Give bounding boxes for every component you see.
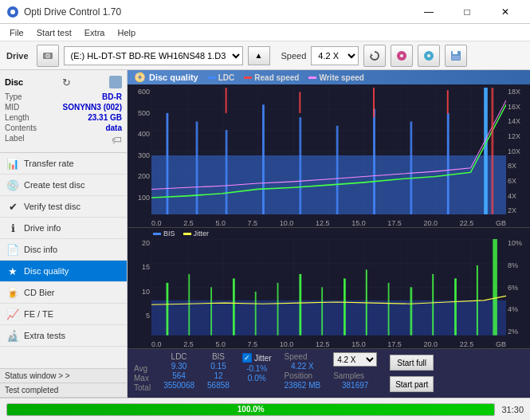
start-full-button[interactable]: Start full (390, 355, 434, 371)
drive-select[interactable]: (E:) HL-DT-ST BD-RE WH16NS48 1.D3 (64, 46, 243, 65)
disc-label-label: Label (5, 134, 24, 146)
legend-ldc-label: LDC (218, 73, 235, 82)
menu-start-test[interactable]: Start test (30, 26, 78, 39)
sidebar-item-drive-info[interactable]: ℹ Drive info (0, 218, 127, 239)
menu-help[interactable]: Help (111, 26, 142, 39)
legend-bis: BIS (153, 230, 175, 237)
title-bar-controls: — □ ✕ (410, 0, 524, 24)
jitter-check-icon: ✓ (242, 353, 252, 363)
maximize-button[interactable]: □ (449, 0, 485, 24)
stats-speed-col: Speed 4.22 X Position 23862 MB (285, 352, 321, 394)
cd-bier-icon: 🍺 (6, 286, 19, 299)
drive-bar: Drive (E:) HL-DT-ST BD-RE WH16NS48 1.D3 … (0, 41, 530, 70)
svg-rect-43 (410, 288, 412, 336)
create-test-disc-icon: 💿 (6, 179, 19, 191)
stats-ldc-col: LDC 9.30 564 3550068 (163, 352, 194, 394)
sidebar-item-extra-tests[interactable]: 🔬 Extra tests (0, 325, 127, 347)
svg-rect-25 (226, 88, 227, 113)
speed-select[interactable]: 4.2 X (311, 46, 359, 65)
progress-bar-container: 100.0% 31:30 (0, 398, 530, 420)
progress-track: 100.0% (6, 403, 495, 416)
menu-file[interactable]: File (3, 26, 30, 39)
svg-point-7 (400, 54, 403, 57)
eject-button[interactable]: ▲ (248, 46, 270, 65)
disc-type-label: Type (5, 92, 22, 101)
disc-refresh-button[interactable]: ↻ (59, 75, 73, 89)
bis-header: BIS (207, 352, 230, 361)
svg-rect-42 (388, 283, 390, 336)
svg-marker-5 (371, 53, 373, 56)
sidebar-item-transfer-rate[interactable]: 📊 Transfer rate (0, 153, 127, 175)
disc-label-icon: 🏷 (112, 134, 122, 146)
sidebar-item-cd-bier[interactable]: 🍺 CD Bier (0, 282, 127, 304)
minimize-button[interactable]: — (410, 0, 447, 24)
speed-label: Speed (281, 51, 307, 61)
drive-icon-btn[interactable] (37, 45, 59, 67)
status-window-button[interactable]: Status window > > (0, 369, 127, 383)
start-part-button[interactable]: Start part (390, 376, 434, 392)
burn-icon-btn[interactable] (418, 45, 440, 67)
svg-rect-21 (373, 109, 375, 215)
jitter-max: 0.0% (242, 374, 272, 383)
sidebar-item-fe-te[interactable]: 📈 FE / TE (0, 304, 127, 325)
disc-icon-btn[interactable] (391, 45, 413, 67)
legend-write-speed-dot (308, 77, 316, 79)
bis-max: 12 (207, 371, 230, 380)
svg-rect-29 (491, 88, 493, 214)
svg-rect-44 (432, 274, 434, 336)
jitter-avg: -0.1% (242, 364, 272, 373)
test-completed-label: Test completed (0, 383, 127, 398)
upper-y-axis-right: 18X 16X 14X 12X 10X 8X 6X 4X 2X (508, 88, 530, 214)
jitter-label: Jitter (254, 354, 272, 363)
stats-speed-select-col: 4.2 X Samples 381697 (333, 352, 377, 394)
sidebar-item-cd-bier-label: CD Bier (24, 288, 55, 297)
svg-rect-22 (410, 121, 412, 214)
legend-write-speed: Write speed (308, 73, 364, 82)
speed-stat-value: 4.22 X (285, 362, 321, 371)
svg-rect-20 (336, 126, 339, 214)
sidebar-item-disc-quality[interactable]: ★ Disc quality (0, 261, 127, 282)
sidebar: Disc ↻ Type BD-R MID SONYNN3 (002) Lengt… (0, 70, 128, 398)
svg-rect-15 (167, 113, 169, 214)
sidebar-item-disc-info[interactable]: 📄 Disc info (0, 239, 127, 261)
sidebar-item-verify-test-disc-label: Verify test disc (24, 202, 80, 211)
lower-y-axis-left: 20 15 10 5 (128, 239, 150, 336)
stats-speed-select[interactable]: 4.2 X (333, 352, 377, 367)
progress-percent: 100.0% (238, 405, 265, 414)
svg-rect-11 (453, 51, 457, 54)
close-button[interactable]: ✕ (487, 0, 524, 24)
sidebar-item-verify-test-disc[interactable]: ✔ Verify test disc (0, 196, 127, 218)
sidebar-item-transfer-rate-label: Transfer rate (24, 159, 74, 168)
stats-bar: Avg Max Total LDC 9.30 564 3550068 BIS 0… (128, 348, 530, 398)
progress-time: 31:30 (501, 405, 524, 414)
disc-type-value: BD-R (102, 92, 122, 101)
svg-point-9 (427, 54, 430, 57)
upper-chart: 600 500 400 300 200 100 18X 16X 14X 12X … (128, 84, 530, 228)
svg-rect-40 (344, 279, 346, 336)
sidebar-item-create-test-disc-label: Create test disc (24, 180, 84, 190)
disc-mid-row: MID SONYNN3 (002) (5, 103, 122, 112)
legend-bis-dot (153, 233, 161, 235)
refresh-button[interactable] (363, 45, 386, 67)
svg-rect-27 (373, 88, 375, 117)
legend-ldc-dot (208, 77, 216, 79)
lower-y-axis-right: 10% 8% 6% 4% 2% (508, 239, 530, 336)
upper-x-axis: 0.0 2.5 5.0 7.5 10.0 12.5 15.0 17.5 20.0… (151, 219, 506, 227)
disc-type-row: Type BD-R (5, 92, 122, 101)
save-icon-btn[interactable] (445, 45, 467, 67)
lower-chart-legend: BIS Jitter (153, 230, 209, 237)
stats-bis-col: BIS 0.15 12 56858 (207, 352, 230, 394)
menu-extra[interactable]: Extra (78, 26, 112, 39)
charts-container: 600 500 400 300 200 100 18X 16X 14X 12X … (128, 84, 530, 348)
sidebar-item-create-test-disc[interactable]: 💿 Create test disc (0, 175, 127, 196)
sidebar-item-fe-te-label: FE / TE (24, 309, 53, 319)
nav-items: 📊 Transfer rate 💿 Create test disc ✔ Ver… (0, 153, 127, 368)
jitter-checkbox[interactable]: ✓ Jitter (242, 352, 272, 363)
svg-point-1 (10, 10, 15, 14)
position-label: Position (285, 371, 321, 380)
main-layout: Disc ↻ Type BD-R MID SONYNN3 (002) Lengt… (0, 70, 530, 398)
svg-rect-12 (452, 56, 460, 60)
max-label: Max (134, 374, 151, 383)
sidebar-item-disc-info-label: Disc info (24, 245, 57, 254)
content-area: 📀 Disc quality LDC Read speed Write spee… (128, 70, 530, 398)
